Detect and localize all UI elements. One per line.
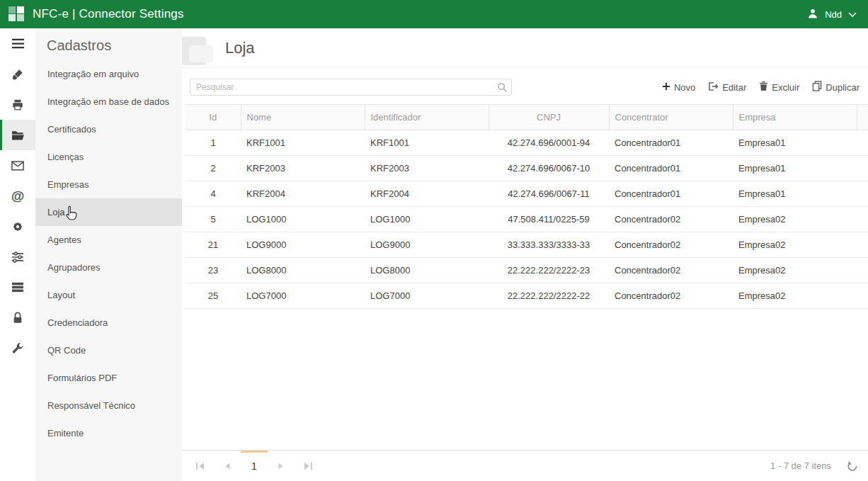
column-header-id[interactable]: Id bbox=[185, 105, 241, 130]
sidebar-title: Cadastros bbox=[35, 28, 182, 60]
user-menu[interactable]: Ndd bbox=[807, 8, 857, 21]
rail-item-lock[interactable] bbox=[0, 302, 35, 333]
sidebar-item-respons-vel-t-cnico[interactable]: Responsável Técnico bbox=[35, 392, 182, 419]
sidebar-item-loja[interactable]: Loja bbox=[35, 198, 182, 226]
user-name: Ndd bbox=[825, 9, 842, 20]
novo-label: Novo bbox=[674, 82, 695, 93]
brush-icon bbox=[11, 68, 24, 81]
sidebar-item-formul-rios-pdf[interactable]: Formulários PDF bbox=[35, 364, 182, 392]
cell-filler bbox=[857, 130, 868, 156]
excluir-button[interactable]: Excluir bbox=[759, 81, 799, 94]
cell-concentrator: Concentrador01 bbox=[609, 130, 733, 156]
rail-item-stack[interactable] bbox=[0, 272, 35, 302]
rail-item-gear[interactable] bbox=[0, 211, 35, 242]
column-header-empresa[interactable]: Empresa bbox=[733, 105, 857, 130]
column-header-nome[interactable]: Nome bbox=[241, 105, 365, 130]
last-page-button[interactable] bbox=[295, 451, 321, 481]
sidebar-item-emitente[interactable]: Emitente bbox=[35, 419, 182, 447]
cell-nome: LOG9000 bbox=[241, 232, 365, 258]
cell-empresa: Empresa02 bbox=[733, 283, 857, 309]
table-row[interactable]: 4KRF2004KRF200442.274.696/0067-11Concent… bbox=[185, 181, 868, 207]
cell-nome: KRF2003 bbox=[241, 156, 365, 181]
prev-page-button[interactable] bbox=[214, 451, 241, 481]
table-row[interactable]: 21LOG9000LOG900033.333.333/3333-33Concen… bbox=[185, 232, 868, 258]
cell-empresa: Empresa01 bbox=[733, 181, 857, 207]
next-page-button[interactable] bbox=[268, 451, 295, 481]
table-row[interactable]: 23LOG8000LOG800022.222.222/2222-23Concen… bbox=[185, 258, 868, 283]
rail-item-sliders[interactable] bbox=[0, 242, 35, 272]
cell-cnpj: 22.222.222/2222-23 bbox=[489, 258, 609, 283]
table-row[interactable]: 25LOG7000LOG700022.222.222/2222-22Concen… bbox=[185, 283, 868, 309]
folder-open-icon bbox=[11, 130, 25, 141]
cell-concentrator: Concentrador02 bbox=[609, 283, 733, 309]
rail-item-menu[interactable] bbox=[0, 28, 35, 59]
sidebar-item-qr-code[interactable]: QR Code bbox=[35, 336, 182, 364]
novo-button[interactable]: Novo bbox=[662, 82, 695, 93]
copy-icon bbox=[812, 81, 822, 94]
cell-filler bbox=[857, 232, 868, 258]
sidebar-item-agrupadores[interactable]: Agrupadores bbox=[35, 254, 182, 281]
cell-identificador: LOG1000 bbox=[365, 207, 489, 232]
rail-item-printer[interactable] bbox=[0, 89, 35, 120]
column-header-concentrator[interactable]: Concentrator bbox=[609, 105, 733, 130]
refresh-button[interactable] bbox=[847, 460, 858, 472]
table-row[interactable]: 1KRF1001KRF100142.274.696/0001-94Concent… bbox=[185, 130, 868, 156]
next-page-icon bbox=[277, 462, 285, 470]
editar-button[interactable]: Editar bbox=[708, 81, 746, 94]
column-header-cnpj[interactable]: CNPJ bbox=[489, 105, 609, 130]
cell-filler bbox=[857, 258, 868, 283]
data-grid: IdNomeIdentificadorCNPJConcentratorEmpre… bbox=[185, 104, 868, 309]
pager: 1 1 - 7 de 7 itens bbox=[182, 450, 868, 481]
rail-item-at[interactable]: @ bbox=[0, 181, 35, 211]
page-title: Loja bbox=[225, 39, 255, 57]
icon-rail: @ bbox=[0, 28, 35, 481]
cell-cnpj: 22.222.222/2222-22 bbox=[489, 283, 609, 309]
first-page-button[interactable] bbox=[187, 451, 214, 481]
topbar: NFC-e | Connector Settings Ndd bbox=[0, 0, 868, 28]
toolbar: Novo Editar Excluir bbox=[662, 81, 860, 94]
rail-item-envelope[interactable] bbox=[0, 150, 35, 181]
pager-info: 1 - 7 de 7 itens bbox=[770, 460, 831, 471]
excluir-label: Excluir bbox=[772, 82, 799, 93]
duplicar-button[interactable]: Duplicar bbox=[812, 81, 860, 94]
sidebar-item-credenciadora[interactable]: Credenciadora bbox=[35, 309, 182, 336]
cell-empresa: Empresa02 bbox=[733, 207, 857, 232]
app-logo-icon[interactable] bbox=[8, 6, 25, 23]
cell-concentrator: Concentrador01 bbox=[609, 181, 733, 207]
cell-empresa: Empresa02 bbox=[733, 258, 857, 283]
column-header-identificador[interactable]: Identificador bbox=[365, 105, 489, 130]
rail-item-folder[interactable] bbox=[0, 120, 35, 150]
table-row[interactable]: 2KRF2003KRF200342.274.696/0067-10Concent… bbox=[185, 156, 868, 181]
user-icon bbox=[807, 8, 818, 21]
page-header: Loja bbox=[182, 28, 868, 68]
cell-cnpj: 47.508.411/0225-59 bbox=[489, 207, 609, 232]
sidebar-item-empresas[interactable]: Empresas bbox=[35, 171, 182, 198]
menu-icon bbox=[11, 38, 25, 49]
column-header-filler bbox=[857, 105, 868, 130]
sidebar-item-integra-o-em-arquivo[interactable]: Integração em arquivo bbox=[35, 60, 182, 88]
sidebar-item-layout[interactable]: Layout bbox=[35, 281, 182, 309]
cell-concentrator: Concentrador02 bbox=[609, 232, 733, 258]
rail-item-wrench[interactable] bbox=[0, 333, 35, 363]
page-number-button[interactable]: 1 bbox=[241, 451, 268, 481]
main-content: Loja Novo Edi bbox=[182, 28, 868, 481]
cell-empresa: Empresa02 bbox=[733, 232, 857, 258]
sliders-icon bbox=[11, 251, 24, 263]
table-row[interactable]: 5LOG1000LOG100047.508.411/0225-59Concent… bbox=[185, 207, 868, 232]
prev-page-icon bbox=[223, 462, 232, 470]
search-input[interactable] bbox=[190, 79, 512, 96]
envelope-icon bbox=[11, 161, 24, 171]
cell-nome: LOG1000 bbox=[241, 207, 365, 232]
cell-filler bbox=[857, 283, 868, 309]
sidebar-item-integra-o-em-base-de-dados[interactable]: Integração em base de dados bbox=[35, 88, 182, 115]
page-header-icon bbox=[182, 34, 216, 68]
cell-identificador: LOG7000 bbox=[365, 283, 489, 309]
rail-item-brush[interactable] bbox=[0, 59, 35, 89]
sidebar-item-licen-as[interactable]: Licenças bbox=[35, 143, 182, 171]
cell-identificador: KRF1001 bbox=[365, 130, 489, 156]
app-title: NFC-e | Connector Settings bbox=[33, 7, 184, 21]
sidebar-item-certificados[interactable]: Certificados bbox=[35, 115, 182, 143]
sidebar-item-agentes[interactable]: Agentes bbox=[35, 226, 182, 254]
last-page-icon bbox=[303, 462, 313, 470]
cell-identificador: LOG9000 bbox=[365, 232, 489, 258]
